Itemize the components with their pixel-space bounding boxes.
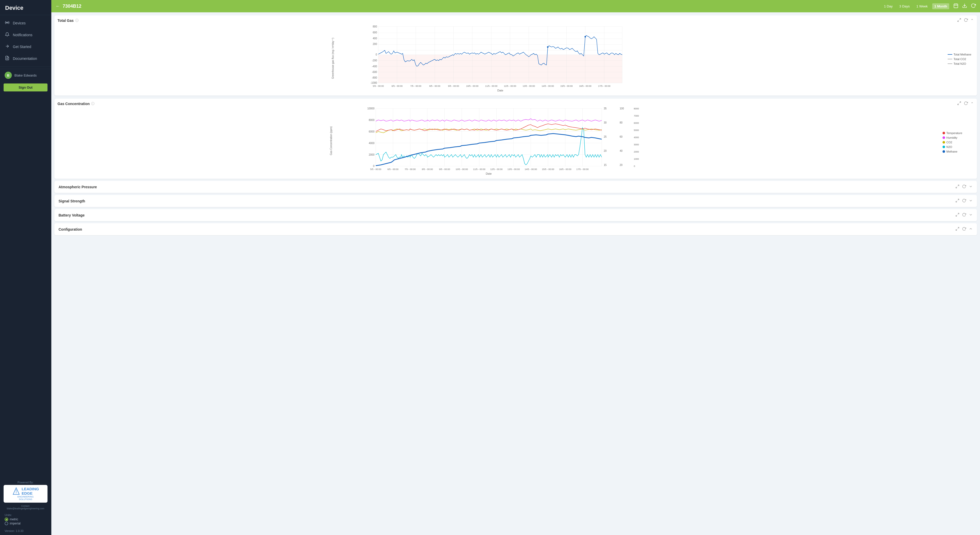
- calendar-icon[interactable]: [953, 3, 958, 9]
- svg-text:15/5 - 00:00: 15/5 - 00:00: [560, 85, 573, 87]
- sidebar-item-get-started[interactable]: Get Started: [0, 41, 51, 53]
- battery-voltage-title: Battery Voltage: [59, 213, 85, 217]
- gas-concentration-svg: 10000 8000 6000 4000 2000 0 Gas Concentr…: [57, 107, 940, 177]
- gas-concentration-expand-icon[interactable]: [957, 101, 961, 106]
- legend-total-co2: Total CO2: [948, 57, 974, 61]
- svg-text:14/5 - 00:00: 14/5 - 00:00: [541, 85, 554, 87]
- signal-strength-refresh-icon[interactable]: [962, 199, 966, 204]
- svg-line-10: [959, 19, 961, 20]
- time-range-1day[interactable]: 1 Day: [882, 3, 895, 9]
- total-gas-collapse-icon[interactable]: ⌃: [970, 18, 974, 23]
- svg-rect-13: [379, 55, 622, 83]
- svg-text:9/5 - 00:00: 9/5 - 00:00: [439, 168, 450, 170]
- logo-icon: [12, 487, 20, 495]
- gas-concentration-title: Gas Concentration: [57, 102, 90, 106]
- svg-line-137: [956, 215, 957, 216]
- atmospheric-pressure-chevron-icon[interactable]: [969, 185, 973, 189]
- battery-voltage-chevron-icon[interactable]: [969, 213, 973, 218]
- svg-text:25: 25: [604, 135, 607, 138]
- units-imperial-radio[interactable]: [5, 522, 8, 525]
- svg-text:0: 0: [375, 53, 377, 56]
- legend-total-n2o: Total N2O: [948, 62, 974, 65]
- total-gas-expand-icon[interactable]: [957, 18, 961, 23]
- battery-voltage-expand-icon[interactable]: [955, 213, 959, 218]
- atmospheric-pressure-refresh-icon[interactable]: [962, 185, 966, 189]
- total-gas-info-icon[interactable]: ⓘ: [75, 18, 79, 23]
- atmospheric-pressure-expand-icon[interactable]: [955, 185, 959, 189]
- svg-text:13/5 - 00:00: 13/5 - 00:00: [508, 168, 520, 170]
- legend-methane: Methane: [942, 150, 974, 153]
- units-metric-label: metric: [10, 517, 18, 521]
- legend-n2o-dot: [942, 146, 945, 148]
- sidebar-item-devices[interactable]: Devices: [0, 17, 51, 29]
- svg-text:-200: -200: [372, 59, 377, 62]
- total-gas-svg-area: 800 600 400 200 0 -200 -400 -600 -800 -1…: [57, 24, 946, 94]
- documentation-icon: [5, 56, 10, 61]
- svg-text:100: 100: [620, 107, 624, 110]
- configuration-expand-icon[interactable]: [955, 227, 959, 232]
- svg-text:5000: 5000: [634, 129, 639, 132]
- legend-methane-label: Total Methane: [953, 53, 971, 56]
- gas-concentration-chart-wrap: 10000 8000 6000 4000 2000 0 Gas Concentr…: [57, 107, 974, 177]
- topbar-icons: [953, 3, 976, 9]
- battery-voltage-refresh-icon[interactable]: [962, 213, 966, 218]
- total-gas-header: Total Gas ⓘ ⌃: [57, 18, 974, 23]
- units-metric-option[interactable]: metric: [5, 517, 46, 521]
- configuration-refresh-icon[interactable]: [962, 227, 966, 232]
- total-gas-refresh-icon[interactable]: [964, 18, 968, 23]
- sidebar-item-notifications[interactable]: Notifications: [0, 29, 51, 41]
- total-gas-title-row: Total Gas ⓘ: [57, 18, 79, 23]
- units-metric-radio[interactable]: [5, 517, 8, 521]
- sidebar-item-documentation[interactable]: Documentation: [0, 53, 51, 64]
- time-range-1week[interactable]: 1 Week: [914, 3, 930, 9]
- svg-text:20: 20: [604, 150, 607, 152]
- svg-text:1000: 1000: [634, 158, 639, 160]
- version-label: Version: 1.0.33: [0, 528, 51, 535]
- time-range-1month[interactable]: 1 Month: [932, 3, 949, 9]
- user-name: Blake Edwards: [14, 73, 37, 77]
- legend-n2o-label: Total N2O: [953, 62, 966, 65]
- svg-point-0: [7, 22, 8, 23]
- svg-point-65: [585, 36, 586, 38]
- total-gas-legend: Total Methane Total CO2 Total N2O: [946, 24, 974, 94]
- svg-text:17/5 - 00:00: 17/5 - 00:00: [576, 168, 589, 170]
- gas-concentration-legend: Temperature Humidity CO2 N2O: [940, 107, 974, 177]
- svg-text:80: 80: [620, 121, 623, 124]
- logo-text-main: LEADINGEDGE: [22, 487, 39, 495]
- refresh-icon[interactable]: [971, 3, 976, 9]
- user-section: B Blake Edwards: [0, 69, 51, 81]
- sign-out-button[interactable]: Sign Out: [3, 83, 48, 91]
- signal-strength-actions: [955, 199, 973, 204]
- svg-line-11: [958, 20, 959, 22]
- signal-strength-expand-icon[interactable]: [955, 199, 959, 204]
- svg-text:-400: -400: [372, 65, 377, 68]
- legend-co2-label: Total CO2: [953, 57, 966, 61]
- svg-text:16/5 - 00:00: 16/5 - 00:00: [579, 85, 591, 87]
- gas-concentration-collapse-icon[interactable]: ⌃: [970, 102, 974, 106]
- total-gas-chart-wrap: 800 600 400 200 0 -200 -400 -600 -800 -1…: [57, 24, 974, 94]
- svg-text:12/5 - 00:00: 12/5 - 00:00: [490, 168, 503, 170]
- svg-text:15/5 - 00:00: 15/5 - 00:00: [542, 168, 554, 170]
- time-range-3days[interactable]: 3 Days: [897, 3, 912, 9]
- svg-line-135: [956, 201, 957, 202]
- signal-strength-chevron-icon[interactable]: [969, 199, 973, 204]
- svg-line-66: [959, 102, 961, 103]
- gas-concentration-title-row: Gas Concentration ⓘ: [57, 102, 94, 106]
- units-imperial-label: imperial: [10, 522, 21, 525]
- total-gas-title: Total Gas: [57, 19, 74, 22]
- svg-line-136: [958, 213, 959, 215]
- gas-concentration-refresh-icon[interactable]: [964, 101, 968, 106]
- svg-text:3000: 3000: [634, 143, 639, 146]
- svg-rect-5: [954, 4, 958, 8]
- legend-co2-label: CO2: [947, 141, 952, 144]
- signal-strength-title: Signal Strength: [59, 199, 85, 203]
- configuration-chevron-up-icon[interactable]: [969, 227, 973, 232]
- gas-concentration-svg-area: 10000 8000 6000 4000 2000 0 Gas Concentr…: [57, 107, 940, 177]
- back-button[interactable]: ←: [56, 3, 60, 9]
- gas-concentration-info-icon[interactable]: ⓘ: [91, 102, 94, 106]
- svg-text:7/5 - 00:00: 7/5 - 00:00: [410, 85, 421, 87]
- legend-humidity-dot: [942, 136, 945, 139]
- sidebar-item-get-started-label: Get Started: [13, 45, 31, 49]
- units-imperial-option[interactable]: imperial: [5, 522, 46, 525]
- download-icon[interactable]: [962, 3, 967, 9]
